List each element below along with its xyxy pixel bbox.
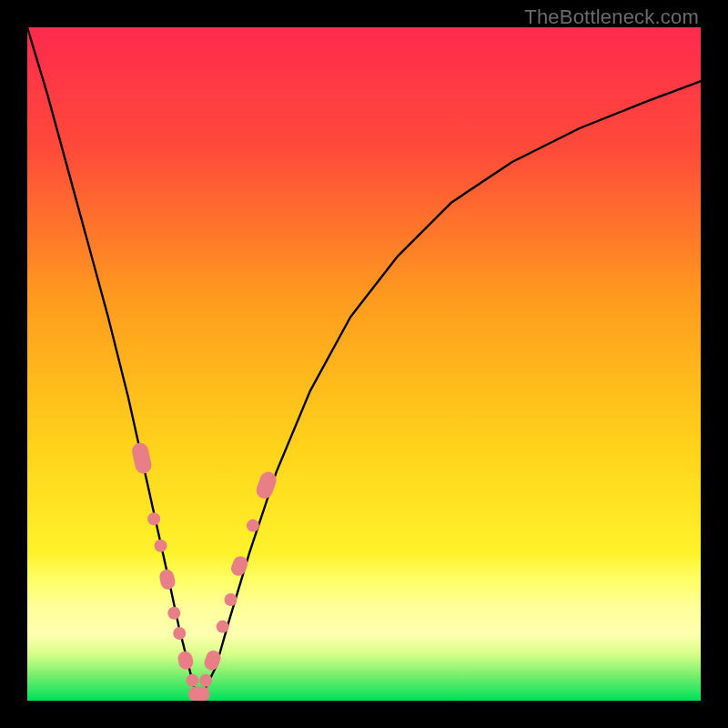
svg-rect-4 [158,568,177,591]
svg-point-13 [225,593,238,606]
svg-point-3 [155,540,167,552]
svg-rect-9 [188,687,210,701]
svg-point-10 [199,674,212,687]
svg-point-5 [167,607,180,620]
highlight-markers [130,441,278,701]
svg-rect-7 [177,650,195,671]
chart-plot [27,27,701,701]
svg-point-15 [247,520,259,532]
svg-point-8 [186,674,198,687]
watermark-text: TheBottleneck.com [524,5,699,29]
chart-frame [27,27,701,701]
svg-point-2 [147,512,160,525]
svg-point-6 [173,627,186,640]
svg-rect-14 [229,554,250,578]
svg-point-12 [217,621,229,633]
svg-rect-1 [130,441,153,475]
bottleneck-curve [27,27,701,694]
